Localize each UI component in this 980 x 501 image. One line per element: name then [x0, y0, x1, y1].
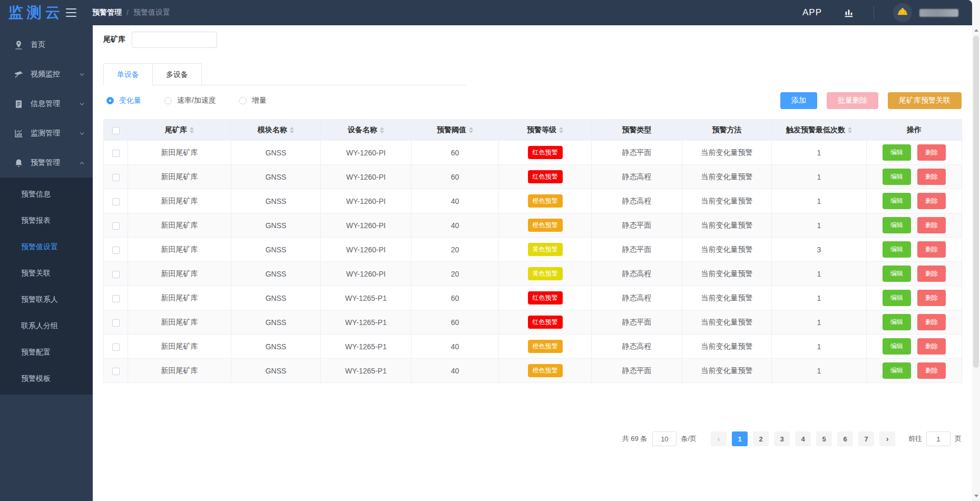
menu-toggle-icon[interactable]: [66, 8, 76, 17]
row-checkbox[interactable]: [112, 343, 120, 351]
col-header-module[interactable]: 模块名称: [231, 120, 321, 141]
sidebar-subitem[interactable]: 预警报表: [0, 207, 93, 233]
page-button-1[interactable]: 1: [732, 431, 748, 446]
scrollbar-thumb[interactable]: [973, 36, 979, 368]
col-header-min-count[interactable]: 触发预警最低次数: [772, 120, 867, 141]
tailings-input[interactable]: [132, 32, 217, 48]
device-tabs: 单设备多设备: [103, 63, 466, 85]
page-button-5[interactable]: 5: [816, 431, 832, 446]
row-checkbox[interactable]: [112, 271, 120, 278]
batch-delete-button[interactable]: 批量删除: [827, 92, 878, 109]
next-page-button[interactable]: ›: [879, 431, 895, 446]
delete-button[interactable]: 删除: [917, 144, 946, 161]
delete-button[interactable]: 删除: [917, 290, 946, 306]
delete-button[interactable]: 删除: [917, 217, 946, 233]
col-header-level[interactable]: 预警等级: [499, 120, 592, 141]
cell-tailings: 新田尾矿库: [128, 310, 231, 335]
sidebar-item-home[interactable]: 首页: [0, 30, 93, 60]
tab-single-device[interactable]: 单设备: [103, 63, 153, 85]
row-checkbox[interactable]: [112, 368, 120, 375]
app-link[interactable]: APP: [802, 7, 822, 18]
sidebar-subitem[interactable]: 预警配置: [0, 339, 93, 365]
delete-button[interactable]: 删除: [917, 314, 946, 330]
table-row: 新田尾矿库GNSSWY-1265-P160红色预警静态高程当前变化量预警1编辑删…: [104, 286, 962, 310]
cell-ops: 编辑删除: [867, 165, 962, 189]
alert-level-badge: 红色预警: [528, 316, 563, 328]
edit-button[interactable]: 编辑: [883, 362, 911, 379]
username-redacted[interactable]: [919, 9, 958, 17]
sort-caret-icon[interactable]: [469, 127, 473, 133]
page-button-3[interactable]: 3: [774, 431, 790, 446]
page-button-4[interactable]: 4: [795, 431, 811, 446]
sidebar-item-video[interactable]: 视频监控: [0, 60, 93, 89]
page-button-7[interactable]: 7: [858, 431, 874, 446]
sidebar-item-monitor[interactable]: 监测管理: [0, 119, 93, 148]
row-checkbox[interactable]: [112, 198, 120, 205]
col-header-threshold[interactable]: 预警阈值: [411, 120, 499, 141]
edit-button[interactable]: 编辑: [883, 338, 911, 355]
cell-threshold: 60: [411, 141, 499, 165]
row-checkbox[interactable]: [112, 247, 120, 254]
sort-caret-icon[interactable]: [290, 127, 294, 133]
breadcrumb-parent[interactable]: 预警管理: [92, 8, 122, 17]
chevron-down-icon: [79, 72, 85, 77]
radio-变化量[interactable]: 变化量: [106, 96, 141, 105]
vertical-scrollbar[interactable]: [972, 0, 980, 501]
cell-min-count: 1: [772, 141, 867, 165]
tailings-label: 尾矿库: [103, 35, 125, 44]
tailings-alert-assoc-button[interactable]: 尾矿库预警关联: [888, 92, 962, 109]
sidebar-item-info[interactable]: 信息管理: [0, 89, 93, 119]
page-size-input[interactable]: [652, 431, 677, 446]
sort-caret-icon[interactable]: [190, 127, 194, 133]
sidebar-item-label: 监测管理: [31, 129, 79, 138]
alert-level-badge: 红色预警: [528, 146, 563, 159]
col-header-tailings[interactable]: 尾矿库: [128, 120, 231, 141]
bar-chart-icon[interactable]: [843, 7, 855, 18]
edit-button[interactable]: 编辑: [883, 290, 911, 306]
delete-button[interactable]: 删除: [917, 266, 946, 282]
edit-button[interactable]: 编辑: [883, 266, 911, 282]
row-checkbox[interactable]: [112, 150, 120, 157]
page-button-2[interactable]: 2: [753, 431, 769, 446]
scroll-down-icon[interactable]: [972, 492, 980, 499]
sidebar-subitem[interactable]: 预警联系人: [0, 286, 93, 312]
tab-multi-device[interactable]: 多设备: [152, 63, 202, 85]
goto-page-input[interactable]: [926, 431, 950, 446]
sidebar-subitem[interactable]: 联系人分组: [0, 312, 93, 339]
edit-button[interactable]: 编辑: [883, 217, 911, 233]
edit-button[interactable]: 编辑: [883, 169, 911, 185]
edit-button[interactable]: 编辑: [883, 241, 911, 258]
col-header-device[interactable]: 设备名称: [321, 120, 411, 141]
delete-button[interactable]: 删除: [917, 362, 946, 379]
page-button-6[interactable]: 6: [837, 431, 853, 446]
delete-button[interactable]: 删除: [917, 241, 946, 258]
prev-page-button[interactable]: ‹: [711, 431, 727, 446]
cell-level: 橙色预警: [499, 335, 592, 359]
row-checkbox[interactable]: [112, 319, 120, 327]
add-button[interactable]: 添加: [780, 92, 817, 109]
select-all-checkbox[interactable]: [112, 127, 120, 134]
sidebar-item-alert[interactable]: 预警管理: [0, 148, 93, 178]
sidebar-subitem[interactable]: 预警信息: [0, 181, 93, 207]
sort-caret-icon[interactable]: [848, 127, 852, 133]
row-checkbox[interactable]: [112, 222, 120, 230]
row-checkbox[interactable]: [112, 295, 120, 302]
delete-button[interactable]: 删除: [917, 169, 946, 185]
edit-button[interactable]: 编辑: [883, 144, 911, 161]
sidebar-subitem[interactable]: 预警值设置: [0, 233, 93, 260]
sidebar-subitem[interactable]: 预警模板: [0, 365, 93, 391]
sidebar-subitem[interactable]: 预警关联: [0, 260, 93, 286]
scroll-up-icon[interactable]: [972, 26, 980, 34]
delete-button[interactable]: 删除: [917, 193, 946, 209]
sort-caret-icon[interactable]: [559, 127, 563, 133]
sort-caret-icon[interactable]: [380, 127, 384, 133]
cell-method: 当前变化量预警: [682, 165, 772, 189]
table-row: 新田尾矿库GNSSWY-1260-PI40橙色预警静态平面当前变化量预警1编辑删…: [104, 213, 962, 238]
delete-button[interactable]: 删除: [917, 338, 946, 355]
radio-速率/加速度[interactable]: 速率/加速度: [164, 96, 216, 105]
edit-button[interactable]: 编辑: [883, 193, 911, 209]
radio-增量[interactable]: 增量: [239, 96, 267, 105]
row-checkbox[interactable]: [112, 174, 120, 181]
avatar[interactable]: [893, 3, 912, 22]
edit-button[interactable]: 编辑: [883, 314, 911, 330]
